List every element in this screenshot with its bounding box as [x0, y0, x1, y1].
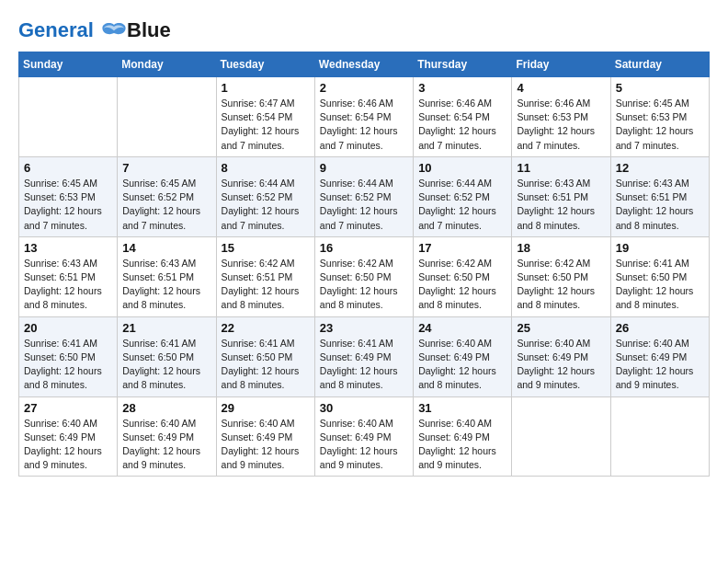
day-number: 2	[320, 81, 408, 95]
day-info: Sunrise: 6:41 AM Sunset: 6:49 PM Dayligh…	[320, 337, 408, 393]
calendar-day: 22Sunrise: 6:41 AM Sunset: 6:50 PM Dayli…	[216, 316, 314, 396]
day-info: Sunrise: 6:45 AM Sunset: 6:53 PM Dayligh…	[616, 97, 704, 153]
day-info: Sunrise: 6:40 AM Sunset: 6:49 PM Dayligh…	[24, 417, 112, 473]
day-info: Sunrise: 6:47 AM Sunset: 6:54 PM Dayligh…	[222, 97, 310, 153]
day-number: 10	[418, 161, 506, 175]
calendar-day: 19Sunrise: 6:41 AM Sunset: 6:50 PM Dayli…	[610, 236, 709, 316]
day-header-monday: Monday	[118, 52, 216, 77]
day-number: 5	[616, 81, 704, 95]
day-number: 4	[517, 81, 605, 95]
calendar-day: 1Sunrise: 6:47 AM Sunset: 6:54 PM Daylig…	[216, 77, 314, 157]
day-header-thursday: Thursday	[414, 52, 512, 77]
day-number: 17	[418, 241, 506, 255]
calendar-day: 18Sunrise: 6:42 AM Sunset: 6:50 PM Dayli…	[512, 236, 610, 316]
day-info: Sunrise: 6:43 AM Sunset: 6:51 PM Dayligh…	[616, 177, 704, 233]
calendar-day: 30Sunrise: 6:40 AM Sunset: 6:49 PM Dayli…	[314, 396, 413, 477]
calendar-day	[610, 396, 709, 477]
calendar-week-5: 27Sunrise: 6:40 AM Sunset: 6:49 PM Dayli…	[19, 396, 710, 477]
calendar-header-row: SundayMondayTuesdayWednesdayThursdayFrid…	[19, 52, 710, 77]
calendar-day: 2Sunrise: 6:46 AM Sunset: 6:54 PM Daylig…	[314, 77, 413, 157]
calendar-day: 29Sunrise: 6:40 AM Sunset: 6:49 PM Dayli…	[216, 396, 314, 477]
day-info: Sunrise: 6:42 AM Sunset: 6:50 PM Dayligh…	[320, 257, 408, 313]
day-info: Sunrise: 6:40 AM Sunset: 6:49 PM Dayligh…	[122, 417, 210, 473]
day-info: Sunrise: 6:45 AM Sunset: 6:52 PM Dayligh…	[122, 177, 210, 233]
calendar-week-1: 1Sunrise: 6:47 AM Sunset: 6:54 PM Daylig…	[19, 77, 710, 157]
day-info: Sunrise: 6:40 AM Sunset: 6:49 PM Dayligh…	[418, 337, 506, 393]
day-number: 28	[122, 401, 210, 415]
calendar-day: 9Sunrise: 6:44 AM Sunset: 6:52 PM Daylig…	[314, 156, 413, 236]
day-info: Sunrise: 6:40 AM Sunset: 6:49 PM Dayligh…	[222, 417, 310, 473]
calendar-day: 23Sunrise: 6:41 AM Sunset: 6:49 PM Dayli…	[314, 316, 413, 396]
calendar-day: 25Sunrise: 6:40 AM Sunset: 6:49 PM Dayli…	[512, 316, 610, 396]
day-header-saturday: Saturday	[610, 52, 709, 77]
day-number: 26	[616, 321, 704, 335]
day-info: Sunrise: 6:41 AM Sunset: 6:50 PM Dayligh…	[616, 257, 704, 313]
calendar-day: 14Sunrise: 6:43 AM Sunset: 6:51 PM Dayli…	[118, 236, 216, 316]
calendar-day: 26Sunrise: 6:40 AM Sunset: 6:49 PM Dayli…	[610, 316, 709, 396]
day-info: Sunrise: 6:43 AM Sunset: 6:51 PM Dayligh…	[122, 257, 210, 313]
day-number: 16	[320, 241, 408, 255]
day-number: 27	[24, 401, 112, 415]
day-info: Sunrise: 6:41 AM Sunset: 6:50 PM Dayligh…	[24, 337, 112, 393]
calendar-day: 20Sunrise: 6:41 AM Sunset: 6:50 PM Dayli…	[19, 316, 118, 396]
day-number: 23	[320, 321, 408, 335]
day-info: Sunrise: 6:43 AM Sunset: 6:51 PM Dayligh…	[24, 257, 112, 313]
day-info: Sunrise: 6:44 AM Sunset: 6:52 PM Dayligh…	[222, 177, 310, 233]
calendar-day: 3Sunrise: 6:46 AM Sunset: 6:54 PM Daylig…	[414, 77, 512, 157]
day-header-wednesday: Wednesday	[314, 52, 413, 77]
day-number: 3	[418, 81, 506, 95]
logo-text: General	[18, 19, 129, 41]
calendar-week-4: 20Sunrise: 6:41 AM Sunset: 6:50 PM Dayli…	[19, 316, 710, 396]
day-number: 31	[418, 401, 506, 415]
calendar-day: 13Sunrise: 6:43 AM Sunset: 6:51 PM Dayli…	[19, 236, 118, 316]
calendar-day: 12Sunrise: 6:43 AM Sunset: 6:51 PM Dayli…	[610, 156, 709, 236]
day-number: 12	[616, 161, 704, 175]
day-number: 1	[222, 81, 310, 95]
day-number: 30	[320, 401, 408, 415]
day-header-tuesday: Tuesday	[216, 52, 314, 77]
day-info: Sunrise: 6:46 AM Sunset: 6:53 PM Dayligh…	[517, 97, 605, 153]
day-number: 18	[517, 241, 605, 255]
day-number: 21	[122, 321, 210, 335]
day-info: Sunrise: 6:41 AM Sunset: 6:50 PM Dayligh…	[222, 337, 310, 393]
day-info: Sunrise: 6:40 AM Sunset: 6:49 PM Dayligh…	[418, 417, 506, 473]
calendar-day: 21Sunrise: 6:41 AM Sunset: 6:50 PM Dayli…	[118, 316, 216, 396]
calendar-day: 7Sunrise: 6:45 AM Sunset: 6:52 PM Daylig…	[118, 156, 216, 236]
day-info: Sunrise: 6:43 AM Sunset: 6:51 PM Dayligh…	[517, 177, 605, 233]
page-header: General Blue	[18, 18, 710, 42]
day-info: Sunrise: 6:40 AM Sunset: 6:49 PM Dayligh…	[616, 337, 704, 393]
calendar-day: 8Sunrise: 6:44 AM Sunset: 6:52 PM Daylig…	[216, 156, 314, 236]
day-info: Sunrise: 6:42 AM Sunset: 6:50 PM Dayligh…	[517, 257, 605, 313]
calendar-day: 11Sunrise: 6:43 AM Sunset: 6:51 PM Dayli…	[512, 156, 610, 236]
day-number: 14	[122, 241, 210, 255]
calendar-table: SundayMondayTuesdayWednesdayThursdayFrid…	[18, 52, 710, 477]
day-number: 9	[320, 161, 408, 175]
logo-bird-icon	[101, 21, 127, 41]
day-info: Sunrise: 6:40 AM Sunset: 6:49 PM Dayligh…	[517, 337, 605, 393]
day-info: Sunrise: 6:44 AM Sunset: 6:52 PM Dayligh…	[418, 177, 506, 233]
calendar-day	[19, 77, 118, 157]
calendar-day: 4Sunrise: 6:46 AM Sunset: 6:53 PM Daylig…	[512, 77, 610, 157]
calendar-day: 15Sunrise: 6:42 AM Sunset: 6:51 PM Dayli…	[216, 236, 314, 316]
day-info: Sunrise: 6:42 AM Sunset: 6:50 PM Dayligh…	[418, 257, 506, 313]
calendar-day: 24Sunrise: 6:40 AM Sunset: 6:49 PM Dayli…	[414, 316, 512, 396]
day-header-friday: Friday	[512, 52, 610, 77]
calendar-week-3: 13Sunrise: 6:43 AM Sunset: 6:51 PM Dayli…	[19, 236, 710, 316]
day-number: 24	[418, 321, 506, 335]
day-number: 29	[222, 401, 310, 415]
day-info: Sunrise: 6:44 AM Sunset: 6:52 PM Dayligh…	[320, 177, 408, 233]
calendar-day: 6Sunrise: 6:45 AM Sunset: 6:53 PM Daylig…	[19, 156, 118, 236]
logo-blue-text: Blue	[127, 18, 171, 42]
day-info: Sunrise: 6:42 AM Sunset: 6:51 PM Dayligh…	[222, 257, 310, 313]
calendar-day: 31Sunrise: 6:40 AM Sunset: 6:49 PM Dayli…	[414, 396, 512, 477]
day-number: 11	[517, 161, 605, 175]
calendar-day	[118, 77, 216, 157]
calendar-day: 27Sunrise: 6:40 AM Sunset: 6:49 PM Dayli…	[19, 396, 118, 477]
calendar-day: 5Sunrise: 6:45 AM Sunset: 6:53 PM Daylig…	[610, 77, 709, 157]
day-number: 15	[222, 241, 310, 255]
day-number: 25	[517, 321, 605, 335]
day-info: Sunrise: 6:45 AM Sunset: 6:53 PM Dayligh…	[24, 177, 112, 233]
day-number: 19	[616, 241, 704, 255]
calendar-day: 28Sunrise: 6:40 AM Sunset: 6:49 PM Dayli…	[118, 396, 216, 477]
calendar-day	[512, 396, 610, 477]
